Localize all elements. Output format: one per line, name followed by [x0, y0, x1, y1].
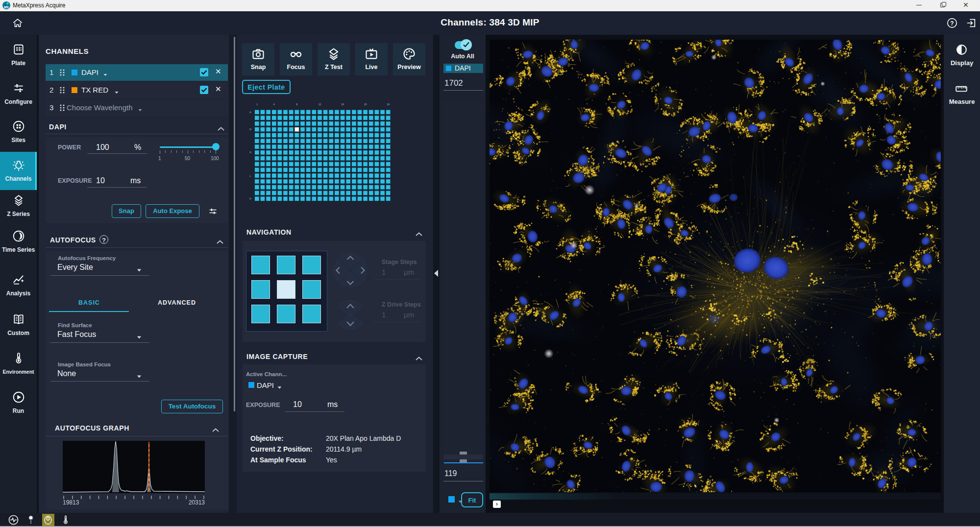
svg-text:1: 1 — [256, 103, 258, 106]
svg-text:A: A — [249, 111, 251, 114]
svg-text:H: H — [249, 151, 251, 154]
svg-text:?: ? — [950, 20, 954, 27]
svg-text:P: P — [249, 197, 251, 200]
svg-text:20313: 20313 — [189, 499, 205, 506]
svg-text:8: 8 — [296, 103, 297, 106]
svg-text:L: L — [250, 174, 251, 177]
svg-text:20: 20 — [364, 103, 367, 106]
svg-text:19813: 19813 — [63, 499, 79, 506]
svg-text:MX: MX — [4, 5, 9, 9]
svg-text:24: 24 — [387, 103, 390, 106]
svg-text:12: 12 — [318, 103, 321, 106]
svg-text:4: 4 — [273, 103, 275, 106]
svg-text:D: D — [249, 128, 251, 131]
svg-text:16: 16 — [341, 103, 344, 106]
